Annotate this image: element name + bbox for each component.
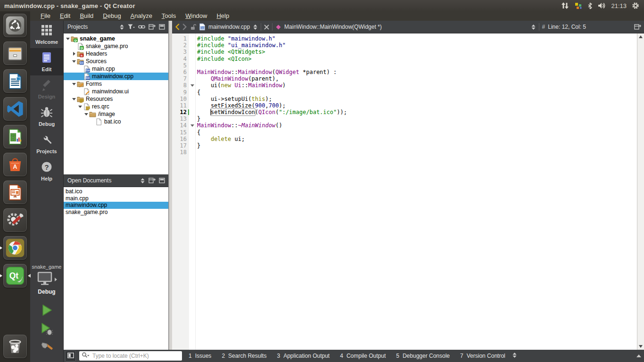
- output-pane-search-results[interactable]: 2Search Results: [218, 353, 270, 359]
- tree-item-headers[interactable]: hHeaders: [64, 50, 168, 58]
- open-file-selector[interactable]: mainwindow.cpp: [208, 24, 250, 30]
- close-pane-icon[interactable]: [159, 178, 165, 183]
- menu-edit[interactable]: Edit: [55, 11, 75, 21]
- mode-welcome[interactable]: Welcome: [30, 21, 63, 48]
- run-button[interactable]: [39, 304, 55, 319]
- output-pane-compile-output[interactable]: 4Compile Output: [337, 353, 389, 359]
- session-gear-icon[interactable]: [632, 2, 639, 9]
- tree-expander-icon[interactable]: [71, 52, 77, 56]
- launcher-libreoffice-impress[interactable]: [3, 181, 27, 204]
- menu-debug[interactable]: Debug: [98, 11, 125, 21]
- forward-icon[interactable]: [182, 24, 187, 30]
- output-pane-debugger-console[interactable]: 5Debugger Console: [393, 353, 453, 359]
- launcher-system-settings[interactable]: [3, 208, 27, 232]
- mode-debug[interactable]: Debug: [30, 103, 63, 130]
- line-col-indicator[interactable]: Line: 12, Col: 5: [548, 24, 586, 30]
- layout-indicator-icon[interactable]: [574, 2, 582, 9]
- kit-expand-arrow-icon[interactable]: [55, 278, 57, 281]
- code-area[interactable]: #include "mainwindow.h"#include "ui_main…: [196, 33, 637, 350]
- launcher-ubuntu-dash[interactable]: [3, 14, 27, 37]
- launcher-files[interactable]: [3, 41, 27, 65]
- close-pane-icon[interactable]: [159, 24, 165, 30]
- file-dropdown-arrows-icon[interactable]: [253, 24, 258, 30]
- sidebar-toggle-button[interactable]: [65, 351, 76, 362]
- tree-expander-icon[interactable]: [71, 83, 77, 85]
- pane-number: 3: [277, 353, 280, 359]
- monitor-icon: [37, 272, 53, 288]
- open-doc-snake-game-pro[interactable]: snake_game.pro: [64, 209, 168, 216]
- mode-edit[interactable]: Edit: [30, 48, 63, 75]
- output-pane-arrows-icon[interactable]: [512, 352, 517, 360]
- tree-expander-icon[interactable]: [77, 106, 83, 108]
- tree-item-mainwindow-ui[interactable]: mainwindow.ui: [64, 88, 168, 95]
- hash-icon[interactable]: #: [542, 24, 545, 30]
- tree-item-snake-game-pro[interactable]: Qtsnake_game.pro: [64, 42, 168, 50]
- menu-help[interactable]: Help: [212, 11, 234, 21]
- sort-arrows-icon[interactable]: [140, 178, 145, 184]
- clock-label[interactable]: 21:13: [611, 2, 627, 9]
- tree-expander-icon[interactable]: [71, 60, 77, 63]
- link-icon[interactable]: [138, 24, 145, 30]
- code-folding-margin[interactable]: [189, 33, 196, 350]
- split-new-icon[interactable]: [149, 178, 156, 183]
- sort-arrows-icon[interactable]: [119, 24, 124, 30]
- fold-marker-icon[interactable]: [189, 122, 195, 129]
- mode-help[interactable]: ?Help: [30, 157, 63, 185]
- tree-expander-icon[interactable]: [71, 98, 77, 100]
- launcher-chrome[interactable]: [3, 236, 27, 260]
- split-new-icon[interactable]: [149, 24, 156, 30]
- bluetooth-icon[interactable]: [587, 2, 593, 9]
- locator-input[interactable]: [91, 352, 180, 360]
- code-token: new: [221, 82, 231, 89]
- tree-item-sources[interactable]: C++Sources: [64, 58, 168, 65]
- network-arrows-icon[interactable]: [561, 2, 569, 9]
- output-pane-version-control[interactable]: 7Version Control: [457, 353, 509, 359]
- launcher-libreoffice-calc[interactable]: [3, 125, 27, 148]
- tree-item-main-cpp[interactable]: C++main.cpp: [64, 65, 168, 73]
- menu-window[interactable]: Window: [181, 11, 212, 21]
- volume-icon[interactable]: [598, 2, 606, 9]
- launcher-vscode[interactable]: [3, 97, 27, 121]
- launcher-ubuntu-software[interactable]: A: [3, 153, 27, 176]
- build-button[interactable]: [39, 341, 55, 356]
- tree-item-bat-ico[interactable]: bat.ico: [64, 118, 168, 125]
- launcher-trash[interactable]: [3, 335, 27, 358]
- symbol-selector[interactable]: MainWindow::MainWindow(QWidget *): [284, 24, 382, 30]
- open-documents-title[interactable]: Open Documents: [67, 177, 111, 184]
- open-doc-main-cpp[interactable]: main.cpp: [64, 195, 168, 202]
- tree-expander-icon[interactable]: [65, 38, 71, 40]
- menu-tools[interactable]: Tools: [157, 11, 181, 21]
- editor-scrollbar[interactable]: [637, 33, 644, 350]
- projects-pane-title[interactable]: Projects: [67, 24, 88, 30]
- kit-selector-button[interactable]: [30, 272, 63, 288]
- tree-item-resources[interactable]: Resources: [64, 95, 168, 103]
- back-icon[interactable]: [175, 24, 180, 30]
- menu-analyze[interactable]: Analyze: [126, 11, 157, 21]
- output-pane-application-output[interactable]: 3Application Output: [273, 353, 333, 359]
- mode-projects[interactable]: Projects: [30, 130, 63, 157]
- output-pane-issues[interactable]: 1Issues: [185, 353, 215, 359]
- tree-item-snake-game[interactable]: Qtsnake_game: [64, 35, 168, 42]
- fold-marker-icon[interactable]: [189, 82, 195, 89]
- tree-item-forms[interactable]: Forms: [64, 80, 168, 88]
- tree-item-mainwindow-cpp[interactable]: C++mainwindow.cpp: [64, 73, 168, 80]
- tree-item--image[interactable]: /image: [64, 110, 168, 118]
- filter-icon[interactable]: [128, 24, 135, 30]
- tree-item-res-qrc[interactable]: res.qrc: [64, 103, 168, 110]
- tree-expander-icon[interactable]: [83, 113, 89, 115]
- close-document-icon[interactable]: [264, 25, 269, 30]
- split-editor-icon[interactable]: [634, 24, 641, 30]
- maximize-output-icon[interactable]: [636, 354, 641, 357]
- scrollbar-up-icon[interactable]: [639, 35, 643, 38]
- open-doc-mainwindow-cpp[interactable]: mainwindow.cpp: [64, 202, 168, 209]
- launcher-libreoffice-writer[interactable]: [3, 69, 27, 93]
- fold-margin-cell: [189, 56, 195, 62]
- pane-splitter[interactable]: [169, 21, 172, 350]
- launcher-qtcreator[interactable]: Qt: [3, 264, 27, 288]
- debug-run-button[interactable]: [39, 322, 55, 337]
- scrollbar-down-icon[interactable]: [639, 345, 643, 348]
- open-doc-bat-ico[interactable]: bat.ico: [64, 188, 168, 195]
- symbol-dropdown-arrows-icon[interactable]: [531, 24, 536, 30]
- menu-file[interactable]: File: [36, 11, 55, 21]
- menu-build[interactable]: Build: [75, 11, 98, 21]
